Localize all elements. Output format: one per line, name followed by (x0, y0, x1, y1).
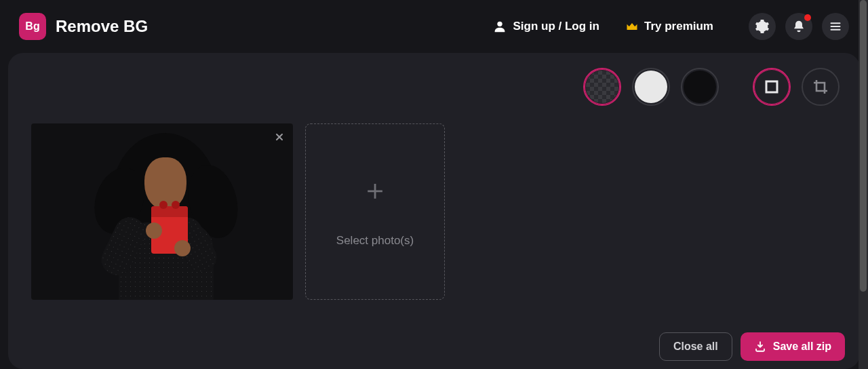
image-thumbnail[interactable] (31, 123, 293, 300)
plus-icon: ＋ (361, 176, 389, 204)
svg-rect-4 (766, 81, 777, 92)
settings-button[interactable] (749, 13, 776, 40)
close-all-button[interactable]: Close all (659, 332, 732, 361)
try-premium-link[interactable]: Try premium (625, 20, 713, 33)
svg-rect-3 (831, 29, 841, 31)
crown-icon (625, 20, 639, 33)
checker-icon (586, 71, 618, 103)
save-all-zip-button[interactable]: Save all zip (741, 332, 845, 361)
svg-rect-1 (831, 22, 841, 24)
header: Bg Remove BG Sign up / Log in Try premiu… (0, 0, 868, 53)
svg-rect-2 (831, 26, 841, 27)
signup-login-link[interactable]: Sign up / Log in (492, 19, 599, 34)
close-all-label: Close all (673, 341, 718, 353)
footer-actions: Close all Save all zip (659, 332, 845, 361)
thumbnail-row: ＋ Select photo(s) (23, 123, 845, 300)
menu-button[interactable] (822, 13, 849, 40)
bg-transparent-option[interactable] (583, 68, 621, 106)
logo-text: Bg (25, 20, 39, 33)
signup-login-label: Sign up / Log in (513, 20, 599, 33)
download-icon (754, 341, 766, 353)
notifications-button[interactable] (785, 13, 812, 40)
black-swatch-icon (684, 71, 716, 103)
gear-icon (755, 19, 770, 34)
bell-icon (792, 20, 806, 33)
background-controls (23, 68, 845, 106)
app-title: Remove BG (56, 17, 148, 36)
try-premium-label: Try premium (644, 20, 713, 33)
select-photos-dropzone[interactable]: ＋ Select photo(s) (305, 123, 445, 300)
user-icon (492, 19, 507, 34)
aspect-square-option[interactable] (753, 68, 791, 106)
crop-icon (812, 79, 829, 95)
notification-dot-icon (804, 14, 811, 21)
dropzone-label: Select photo(s) (336, 234, 414, 248)
remove-image-button[interactable] (274, 130, 285, 146)
save-all-zip-label: Save all zip (773, 341, 831, 353)
main-panel: ＋ Select photo(s) Close all Save all zip (8, 53, 860, 369)
scrollbar-thumb[interactable] (860, 0, 867, 292)
square-icon (764, 79, 780, 95)
bg-white-option[interactable] (632, 68, 670, 106)
crop-option[interactable] (802, 68, 840, 106)
hamburger-icon (829, 20, 842, 33)
app-logo: Bg (19, 13, 46, 40)
scrollbar[interactable] (859, 0, 868, 369)
close-icon (274, 132, 285, 142)
photo-preview (87, 128, 237, 300)
bg-black-option[interactable] (681, 68, 719, 106)
svg-point-0 (498, 22, 502, 26)
white-swatch-icon (635, 71, 667, 103)
